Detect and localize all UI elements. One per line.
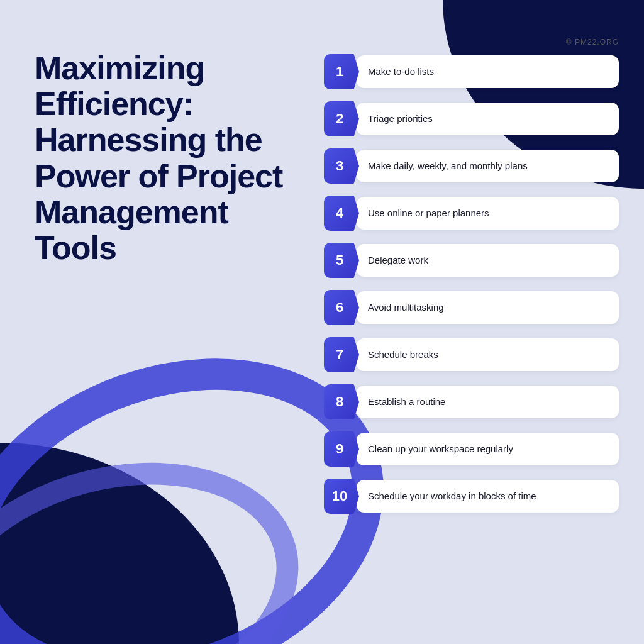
item-text-box: Clean up your workspace regularly	[357, 433, 619, 465]
item-text: Clean up your workspace regularly	[368, 443, 513, 455]
list-item: 3Make daily, weekly, and monthly plans	[324, 145, 619, 187]
item-text: Use online or paper planners	[368, 207, 489, 219]
item-text-box: Schedule your workday in blocks of time	[357, 480, 619, 513]
number-badge: 6	[324, 290, 359, 325]
list-item: 4Use online or paper planners	[324, 192, 619, 235]
list-item: 7Schedule breaks	[324, 333, 619, 376]
item-text: Triage priorities	[368, 113, 433, 125]
item-text: Establish a routine	[368, 396, 445, 408]
item-text-box: Use online or paper planners	[357, 197, 619, 230]
number-badge: 1	[324, 54, 359, 89]
page-title: Maximizing Efficiency: Harnessing the Po…	[35, 50, 305, 266]
list-item: 9Clean up your workspace regularly	[324, 428, 619, 470]
item-text: Make daily, weekly, and monthly plans	[368, 160, 528, 172]
number-badge: 8	[324, 384, 359, 419]
number-badge: 7	[324, 337, 359, 372]
item-text-box: Schedule breaks	[357, 338, 619, 371]
copyright-text: © PM22.ORG	[324, 38, 619, 47]
item-text: Schedule your workday in blocks of time	[368, 490, 536, 502]
right-panel: © PM22.ORG 1Make to-do lists2Triage prio…	[324, 38, 619, 619]
list-item: 8Establish a routine	[324, 380, 619, 423]
list-item: 1Make to-do lists	[324, 50, 619, 93]
item-text-box: Establish a routine	[357, 386, 619, 418]
item-text-box: Triage priorities	[357, 103, 619, 135]
number-badge: 5	[324, 243, 359, 278]
item-text: Delegate work	[368, 254, 428, 267]
background: Maximizing Efficiency: Harnessing the Po…	[0, 0, 644, 644]
number-badge: 3	[324, 148, 359, 184]
list-item: 6Avoid multitasking	[324, 286, 619, 329]
number-badge: 9	[324, 431, 359, 467]
number-badge: 4	[324, 196, 359, 231]
item-text-box: Make to-do lists	[357, 55, 619, 88]
number-badge: 2	[324, 101, 359, 136]
items-list: 1Make to-do lists2Triage priorities3Make…	[324, 50, 619, 522]
number-badge: 10	[324, 479, 359, 514]
item-text: Make to-do lists	[368, 65, 434, 78]
item-text-box: Delegate work	[357, 244, 619, 277]
main-content: Maximizing Efficiency: Harnessing the Po…	[0, 0, 644, 644]
item-text-box: Make daily, weekly, and monthly plans	[357, 150, 619, 182]
item-text: Avoid multitasking	[368, 301, 444, 314]
list-item: 5Delegate work	[324, 239, 619, 282]
list-item: 10Schedule your workday in blocks of tim…	[324, 475, 619, 518]
item-text-box: Avoid multitasking	[357, 291, 619, 324]
list-item: 2Triage priorities	[324, 97, 619, 140]
left-panel: Maximizing Efficiency: Harnessing the Po…	[35, 38, 305, 619]
item-text: Schedule breaks	[368, 348, 438, 361]
